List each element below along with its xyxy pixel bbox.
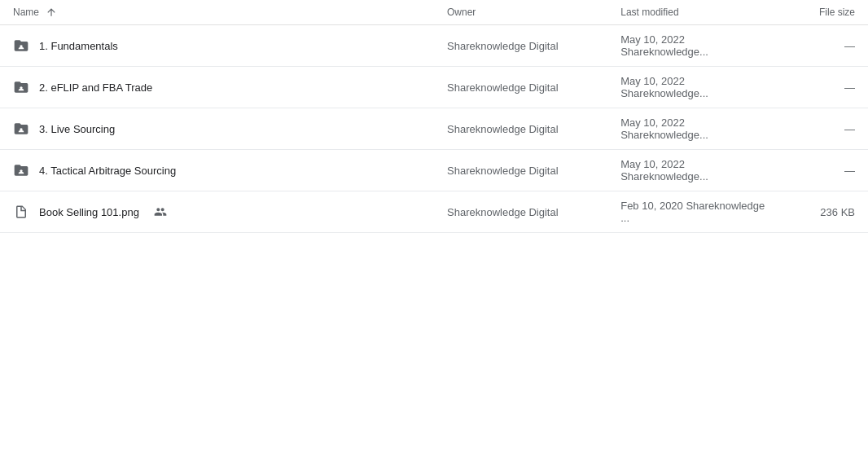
table-row[interactable]: Book Selling 101.png Shareknowledge Digi… bbox=[0, 191, 868, 233]
file-owner-cell: Shareknowledge Digital bbox=[434, 191, 607, 233]
file-list-table: Name Owner Last modified File size bbox=[0, 0, 868, 233]
file-owner-cell: Shareknowledge Digital bbox=[434, 108, 607, 150]
file-size-cell: — bbox=[781, 25, 868, 67]
folder-icon bbox=[13, 37, 29, 54]
file-name-label: 1. Fundamentals bbox=[39, 40, 118, 52]
column-header-name[interactable]: Name bbox=[0, 0, 434, 25]
file-name-label: 2. eFLIP and FBA Trade bbox=[39, 81, 152, 94]
file-size-cell: — bbox=[781, 150, 868, 191]
file-modified-cell: Feb 10, 2020 Shareknowledge ... bbox=[607, 191, 781, 233]
file-size-cell: — bbox=[781, 108, 868, 150]
file-owner-cell: Shareknowledge Digital bbox=[434, 150, 607, 191]
file-name-label: 3. Live Sourcing bbox=[39, 123, 115, 135]
table-row[interactable]: 2. eFLIP and FBA Trade Shareknowledge Di… bbox=[0, 67, 868, 108]
table-row[interactable]: 3. Live Sourcing Shareknowledge DigitalM… bbox=[0, 108, 868, 150]
file-owner-cell: Shareknowledge Digital bbox=[434, 25, 607, 67]
sort-ascending-icon bbox=[46, 7, 57, 18]
file-modified-cell: May 10, 2022 Shareknowledge... bbox=[607, 150, 781, 191]
column-header-size: File size bbox=[781, 0, 868, 25]
column-header-owner: Owner bbox=[434, 0, 607, 25]
file-modified-cell: May 10, 2022 Shareknowledge... bbox=[607, 67, 781, 108]
file-name-cell: 4. Tactical Arbitrage Sourcing bbox=[0, 150, 434, 191]
file-size-cell: — bbox=[781, 67, 868, 108]
table-row[interactable]: 1. Fundamentals Shareknowledge DigitalMa… bbox=[0, 25, 868, 67]
file-modified-cell: May 10, 2022 Shareknowledge... bbox=[607, 25, 781, 67]
file-size-cell: 236 KB bbox=[781, 191, 868, 233]
file-name-label: 4. Tactical Arbitrage Sourcing bbox=[39, 165, 176, 177]
folder-icon bbox=[13, 121, 29, 137]
file-modified-cell: May 10, 2022 Shareknowledge... bbox=[607, 108, 781, 150]
shared-icon bbox=[154, 205, 167, 218]
folder-icon bbox=[13, 162, 29, 178]
table-row[interactable]: 4. Tactical Arbitrage Sourcing Shareknow… bbox=[0, 150, 868, 191]
file-name-cell: 3. Live Sourcing bbox=[0, 108, 434, 150]
file-name-label: Book Selling 101.png bbox=[39, 206, 139, 218]
file-name-cell: Book Selling 101.png bbox=[0, 191, 434, 233]
file-name-cell: 1. Fundamentals bbox=[0, 25, 434, 67]
folder-icon bbox=[13, 79, 29, 95]
file-name-cell: 2. eFLIP and FBA Trade bbox=[0, 67, 434, 108]
table-header-row: Name Owner Last modified File size bbox=[0, 0, 868, 25]
column-header-modified: Last modified bbox=[607, 0, 781, 25]
file-icon bbox=[13, 204, 29, 220]
file-owner-cell: Shareknowledge Digital bbox=[434, 67, 607, 108]
